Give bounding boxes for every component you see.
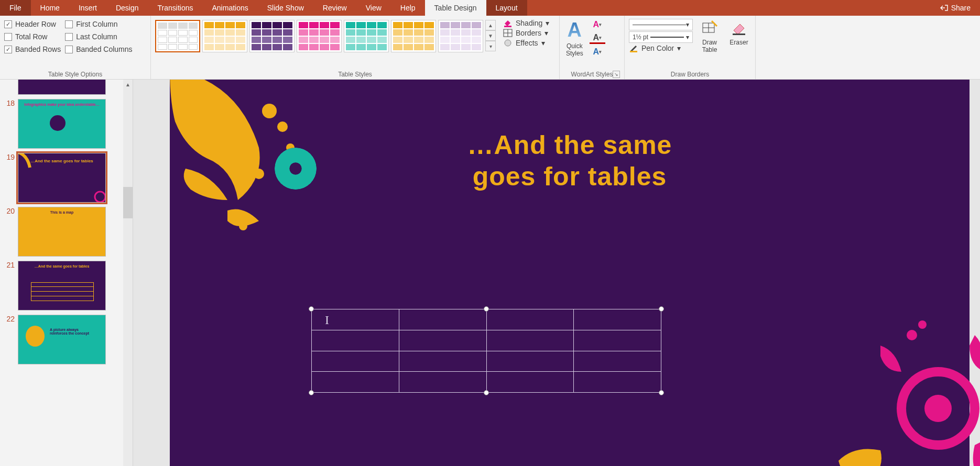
checkbox-icon: [65, 20, 73, 28]
home-tab[interactable]: Home: [31, 0, 69, 16]
svg-point-4: [505, 40, 511, 46]
menu-bar: File Home Insert Design Transitions Anim…: [0, 0, 980, 16]
slide-thumb-18[interactable]: Infographics make your idea understable…: [18, 99, 106, 149]
styles-more[interactable]: ▾: [485, 41, 496, 51]
slide-thumb-19[interactable]: …And the same goes for tables: [18, 153, 106, 203]
chevron-down-icon: ▾: [545, 29, 548, 37]
review-tab[interactable]: Review: [313, 0, 356, 16]
table-design-tab[interactable]: Table Design: [425, 0, 486, 16]
scroll-handle[interactable]: [123, 187, 133, 218]
header-row-label: Header Row: [15, 20, 56, 28]
pen-color-button[interactable]: Pen Color ▾: [629, 44, 693, 52]
draw-table-icon: [700, 19, 719, 38]
wordart-dialog-launcher[interactable]: ↘: [613, 71, 620, 78]
table-styles-group-label: Table Styles: [155, 70, 555, 78]
selection-handle[interactable]: [659, 390, 664, 395]
svg-rect-9: [733, 34, 745, 35]
transitions-tab[interactable]: Transitions: [148, 0, 203, 16]
slide: …And the same goes for tables I: [170, 80, 970, 466]
view-tab[interactable]: View: [356, 0, 391, 16]
table-style-teal[interactable]: [344, 20, 389, 52]
table-style-pink[interactable]: [297, 20, 342, 52]
styles-scroll-up[interactable]: ▲: [485, 20, 496, 30]
insert-tab[interactable]: Insert: [69, 0, 106, 16]
slide-title-line1: …And the same: [467, 130, 672, 160]
slide-number: 22: [4, 315, 15, 364]
chevron-down-icon: ▾: [686, 21, 689, 28]
thumb-title: This is a map: [18, 210, 105, 214]
banded-columns-label: Banded Columns: [76, 45, 132, 53]
text-cursor-icon: I: [325, 313, 329, 327]
scroll-up-icon[interactable]: ▲: [123, 80, 133, 89]
slide-thumb-20[interactable]: This is a map: [18, 207, 106, 257]
selection-handle[interactable]: [659, 306, 664, 312]
selection-handle[interactable]: [309, 390, 314, 395]
checkbox-icon: ✓: [4, 20, 12, 28]
text-fill-button[interactable]: A▾: [590, 19, 605, 30]
selection-handle[interactable]: [309, 306, 314, 312]
text-effects-button[interactable]: A▾: [590, 46, 605, 58]
file-tab[interactable]: File: [0, 0, 31, 16]
table-style-no-style[interactable]: [155, 20, 200, 52]
table-style-purple[interactable]: [249, 20, 295, 52]
borders-label: Borders: [516, 29, 541, 37]
borders-dropdown[interactable]: Borders ▾: [503, 29, 549, 37]
thumbnail-scrollbar[interactable]: ▲: [123, 80, 133, 466]
shading-dropdown[interactable]: Shading ▾: [503, 19, 549, 27]
share-button[interactable]: Share: [930, 0, 980, 16]
chevron-down-icon: ▾: [686, 34, 689, 41]
table-style-orange[interactable]: [202, 20, 247, 52]
ribbon: ✓ Header Row Total Row ✓ Banded Rows Fir…: [0, 16, 980, 80]
slide-thumbnails-panel: 18 Infographics make your idea understab…: [0, 80, 133, 466]
slide-thumb-17[interactable]: [18, 80, 106, 95]
design-tab[interactable]: Design: [106, 0, 148, 16]
total-row-checkbox[interactable]: Total Row: [4, 32, 61, 41]
draw-borders-group-label: Draw Borders: [629, 70, 751, 78]
main-area: 18 Infographics make your idea understab…: [0, 80, 980, 466]
banded-rows-checkbox[interactable]: ✓ Banded Rows: [4, 45, 61, 53]
pen-style-select[interactable]: ▾: [629, 19, 693, 30]
table-style-light[interactable]: [438, 20, 483, 52]
last-column-checkbox[interactable]: Last Column: [65, 32, 132, 41]
eraser-button[interactable]: Eraser: [726, 18, 752, 47]
slide-thumb-22[interactable]: A picture always reinforces the concept: [18, 315, 106, 364]
draw-table-label: Draw Table: [702, 39, 717, 53]
selection-handle[interactable]: [484, 306, 489, 312]
animations-tab[interactable]: Animations: [202, 0, 257, 16]
quick-styles-button[interactable]: A Quick Styles: [564, 18, 585, 58]
effects-dropdown[interactable]: Effects ▾: [503, 39, 549, 47]
svg-point-18: [907, 330, 917, 340]
slide-number: 20: [4, 207, 15, 257]
header-row-checkbox[interactable]: ✓ Header Row: [4, 20, 61, 28]
slide-table-selection[interactable]: I: [311, 309, 661, 393]
thumb-title: …And the same goes for tables: [18, 264, 105, 268]
thumb-title: A picture always reinforces the concept: [50, 328, 97, 335]
slide-table[interactable]: [311, 309, 661, 393]
slide-thumb-21[interactable]: …And the same goes for tables: [18, 261, 106, 310]
draw-table-button[interactable]: Draw Table: [697, 18, 722, 54]
svg-rect-0: [504, 26, 511, 27]
styles-scroll-down[interactable]: ▼: [485, 30, 496, 41]
wordart-styles-group: A Quick Styles A▾ A▾ A▾ WordArt Styles ↘: [560, 16, 625, 79]
chevron-down-icon: ▾: [546, 19, 549, 27]
eraser-label: Eraser: [729, 39, 748, 46]
chevron-down-icon: ▾: [677, 44, 681, 52]
selection-handle[interactable]: [484, 390, 489, 395]
pen-weight-select[interactable]: 1½ pt ▾: [629, 31, 693, 43]
thumb-title: Infographics make your idea understable…: [18, 103, 105, 106]
slide-canvas[interactable]: …And the same goes for tables I: [133, 80, 980, 466]
tso-group-label: Table Style Options: [4, 70, 146, 78]
banded-columns-checkbox[interactable]: Banded Columns: [65, 45, 132, 53]
slide-show-tab[interactable]: Slide Show: [258, 0, 313, 16]
ornament-bottom-right: [807, 304, 980, 466]
svg-point-15: [239, 222, 247, 230]
table-style-amber[interactable]: [391, 20, 436, 52]
first-column-checkbox[interactable]: First Column: [65, 20, 132, 28]
help-tab[interactable]: Help: [391, 0, 425, 16]
slide-title-line2: goes for tables: [473, 162, 667, 191]
text-outline-button[interactable]: A▾: [590, 32, 605, 44]
effects-label: Effects: [516, 39, 538, 47]
checkbox-icon: [65, 33, 73, 41]
layout-tab[interactable]: Layout: [486, 0, 527, 16]
quick-styles-label: Quick Styles: [566, 42, 583, 57]
